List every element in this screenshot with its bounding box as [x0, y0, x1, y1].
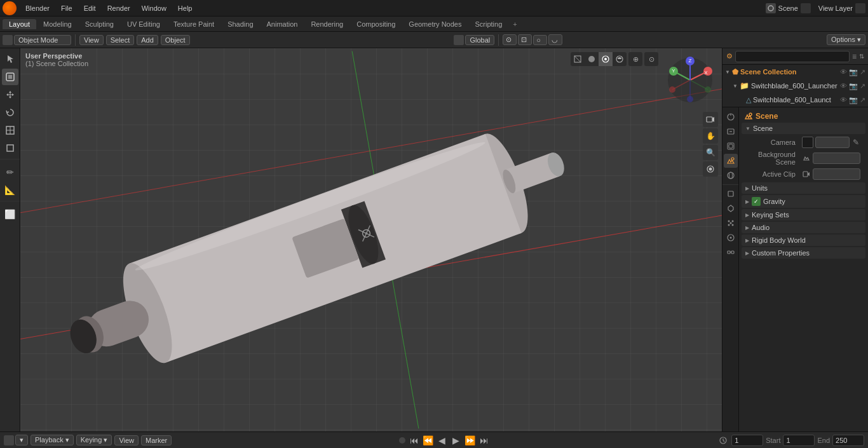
world-props-btn[interactable]: [724, 168, 738, 182]
play-btn[interactable]: ▶: [450, 434, 463, 447]
background-scene-field[interactable]: [813, 153, 860, 164]
view-layer-props-btn[interactable]: [724, 139, 738, 153]
viewport-render-preview-btn[interactable]: [703, 161, 718, 177]
particles-props-btn[interactable]: [724, 216, 738, 230]
menu-edit[interactable]: Edit: [79, 3, 101, 13]
tab-add-btn[interactable]: +: [509, 19, 520, 29]
mesh-eye-icon[interactable]: 👁: [840, 96, 847, 104]
scale-tool[interactable]: [2, 122, 18, 139]
select-tool[interactable]: [2, 69, 18, 85]
record-btn[interactable]: [399, 437, 405, 444]
tab-modeling[interactable]: Modeling: [37, 19, 78, 29]
rendered-btn[interactable]: [613, 52, 627, 66]
tab-sculpting[interactable]: Sculpting: [79, 19, 120, 29]
gizmo-toggle-btn[interactable]: ⊙: [644, 52, 658, 66]
prev-keyframe-btn[interactable]: ⏪: [422, 434, 435, 447]
menu-render[interactable]: Render: [102, 3, 135, 13]
scene-picker-btn[interactable]: [801, 3, 811, 13]
cursor-tool[interactable]: [2, 51, 18, 67]
proportional-type-btn[interactable]: ◡: [548, 34, 562, 45]
tab-texture-paint[interactable]: Texture Paint: [167, 19, 220, 29]
units-section-header[interactable]: ▶ Units: [742, 182, 865, 194]
mesh-camera-icon[interactable]: 📷: [849, 96, 858, 104]
tab-rendering[interactable]: Rendering: [304, 19, 349, 29]
snap-magnet-btn[interactable]: ⊙: [503, 34, 517, 45]
keying-sets-header[interactable]: ▶ Keying Sets: [742, 209, 865, 221]
tab-scripting[interactable]: Scripting: [468, 19, 508, 29]
next-keyframe-btn[interactable]: ⏩: [464, 434, 477, 447]
wireframe-btn[interactable]: [571, 52, 585, 66]
options-btn[interactable]: Options ▾: [827, 34, 865, 45]
material-preview-btn[interactable]: [599, 52, 613, 66]
annotate-tool[interactable]: ✏: [2, 164, 18, 180]
proportional-btn[interactable]: ○: [533, 35, 547, 45]
start-frame-input[interactable]: 1: [783, 435, 815, 446]
modifiers-props-btn[interactable]: [724, 201, 738, 215]
playback-btn[interactable]: Playback ▾: [31, 435, 74, 445]
object-props-btn[interactable]: [724, 187, 738, 201]
marker-btn[interactable]: Marker: [141, 435, 172, 445]
current-frame-input[interactable]: 1: [731, 435, 763, 446]
custom-properties-header[interactable]: ▶ Custom Properties: [742, 247, 865, 259]
object-mode-btn[interactable]: Object Mode: [14, 35, 71, 45]
scene-props-btn[interactable]: [724, 154, 738, 168]
play-reverse-btn[interactable]: ◀: [436, 434, 449, 447]
audio-section-header[interactable]: ▶ Audio: [742, 222, 865, 233]
menu-blender[interactable]: Blender: [20, 3, 55, 13]
menu-help[interactable]: Help: [173, 3, 198, 13]
camera-visibility-icon[interactable]: 📷: [849, 68, 858, 76]
render-props-btn[interactable]: [724, 110, 738, 124]
physics-props-btn[interactable]: [724, 231, 738, 245]
outliner-item-launcher[interactable]: ▼ 📁 Switchblade_600_Launcher 👁 📷 ↗: [730, 79, 868, 93]
add-cube-tool[interactable]: ⬜: [2, 206, 18, 222]
tab-layout[interactable]: Layout: [3, 19, 36, 29]
rigid-body-header[interactable]: ▶ Rigid Body World: [742, 234, 865, 246]
viewport-camera-btn[interactable]: [703, 112, 718, 127]
transform-global-btn[interactable]: Global: [465, 35, 494, 45]
launcher-eye-icon[interactable]: 👁: [840, 82, 847, 90]
select-menu-btn[interactable]: Select: [106, 35, 135, 45]
menu-window[interactable]: Window: [137, 3, 172, 13]
view-layer-picker-btn[interactable]: [855, 3, 865, 13]
jump-start-btn[interactable]: ⏮: [408, 434, 421, 447]
tab-shading[interactable]: Shading: [221, 19, 259, 29]
transform-tool[interactable]: [2, 140, 18, 156]
viewport-3d[interactable]: User Perspective (1) Scene Collection X …: [20, 48, 722, 431]
overlay-btn[interactable]: ⊕: [628, 52, 642, 66]
active-clip-field[interactable]: [813, 168, 860, 180]
measure-tool[interactable]: 📐: [2, 182, 18, 198]
keying-btn[interactable]: Keying ▾: [76, 435, 112, 445]
outliner-sort-icon[interactable]: ⇅: [859, 53, 864, 60]
outliner-search-input[interactable]: [735, 51, 850, 62]
view-menu-btn[interactable]: View: [79, 35, 104, 45]
tab-compositing[interactable]: Compositing: [350, 19, 402, 29]
viewport-move-btn[interactable]: ✋: [703, 128, 718, 144]
timeline-type-btn[interactable]: ▾: [15, 435, 28, 445]
object-menu-btn[interactable]: Object: [161, 35, 190, 45]
launcher-camera-icon[interactable]: 📷: [849, 82, 858, 90]
rotate-tool[interactable]: [2, 104, 18, 121]
outliner-item-scene-collection[interactable]: ▼ ⬟ Scene Collection 👁 📷 ↗: [722, 65, 868, 79]
solid-btn[interactable]: [585, 52, 599, 66]
navigation-gizmo[interactable]: X Y Z: [665, 55, 715, 105]
scene-section-header[interactable]: ▼ Scene: [742, 123, 865, 134]
select-icon[interactable]: ↗: [860, 68, 865, 76]
gravity-checkbox[interactable]: ✓: [752, 197, 761, 206]
jump-end-btn[interactable]: ⏭: [478, 434, 491, 447]
constraints-props-btn[interactable]: [724, 245, 738, 259]
gravity-section-header[interactable]: ▶ ✓ Gravity: [742, 195, 865, 208]
outliner-item-launcher-mesh[interactable]: ▶ △ Switchblade_600_Launct 👁 📷 ↗: [738, 93, 868, 107]
menu-file[interactable]: File: [56, 3, 78, 13]
eye-icon[interactable]: 👁: [840, 68, 847, 76]
snap-type-btn[interactable]: ⊡: [518, 34, 532, 45]
tab-animation[interactable]: Animation: [261, 19, 304, 29]
output-props-btn[interactable]: [724, 125, 738, 139]
end-frame-input[interactable]: 250: [832, 435, 864, 446]
launcher-select-icon[interactable]: ↗: [860, 82, 865, 90]
camera-field[interactable]: [815, 137, 850, 148]
move-tool[interactable]: [2, 86, 18, 103]
tab-geometry-nodes[interactable]: Geometry Nodes: [402, 19, 468, 29]
mesh-select-icon[interactable]: ↗: [860, 96, 865, 104]
outliner-options-icon[interactable]: ≡: [852, 52, 857, 61]
viewport-zoom-btn[interactable]: 🔍: [703, 145, 718, 160]
